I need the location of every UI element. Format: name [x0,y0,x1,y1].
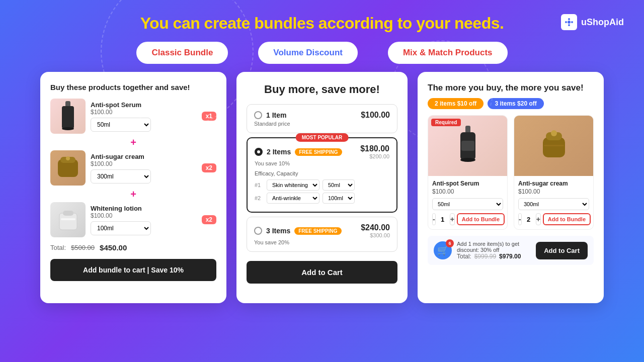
product-variant-select-2[interactable]: 300ml 100ml [91,169,151,184]
add-to-bundle-button-2[interactable]: Add to Bundle [543,213,591,225]
mix-qty-row-1: - 1 + Add to Bundle [432,213,503,225]
product-name-3: Whitening lotion [91,205,197,212]
volume-option-3[interactable]: 3 Items FREE SHIPPING $240.00 $300.00 Yo… [247,217,397,252]
product-info-3: Whitening lotion $100.00 100ml 50ml [91,205,197,235]
classic-total-label: Total: [50,244,66,251]
product-image-3 [50,202,86,237]
vol-price-2: $180.00 [360,144,389,153]
svg-rect-12 [63,211,73,216]
svg-point-20 [551,130,557,136]
mix-summary: 🛒 6 Add 1 more item(s) to get discount: … [428,236,594,265]
mix-total-row: Total: $999.99 $979.00 [457,253,531,260]
tab-mix[interactable]: Mix & Match Products [388,42,508,64]
product-image-1 [50,99,86,134]
page-title: You can create bundles according to your… [0,14,644,33]
product-qty-3: x2 [202,215,216,224]
panels-row: Buy these products together and save! An… [0,72,644,303]
mix-product-card-1: Required Anti-spot Serum $100.00 50ml 10… [428,115,508,230]
vol-label-1: 1 Item [266,111,286,119]
volume-option-1[interactable]: 1 Item $100.00 Standard price [247,104,397,133]
mix-product-image-2 [514,116,593,176]
qty-increase-1[interactable]: + [450,213,455,225]
mix-product-info-2: Anti-sugar cream $100.00 300ml 100ml - 2… [514,176,593,229]
product-info-2: Anti-sugar cream $100.00 300ml 100ml [91,153,197,184]
variant-num-1: #1 [255,182,264,188]
mix-product-card-2: Anti-sugar cream $100.00 300ml 100ml - 2… [514,115,594,230]
classic-total-original: $500.00 [71,244,95,251]
discount-badges: 2 items $10 off 3 items $20 off [428,98,594,109]
mix-product-info-1: Anti-spot Serum $100.00 50ml 100ml - 1 +… [428,176,507,229]
variant-efficacy-select-1[interactable]: Skin whitening Anti-wrinkle [267,179,319,191]
classic-total-new: $450.00 [100,243,127,252]
variant-row-1: #1 Skin whitening Anti-wrinkle 50ml 100m… [255,179,389,191]
variant-row-2: #2 Anti-wrinkle Skin whitening 100ml 50m… [255,193,389,204]
vol-save-1: Standard price [254,121,390,127]
qty-decrease-1[interactable]: - [432,213,436,225]
svg-point-0 [568,21,571,24]
product-price-2: $100.00 [91,160,197,167]
vol-variants-title: Efficacy, Capacity [255,170,389,176]
tab-volume[interactable]: Volume Discount [258,42,358,64]
logo: uShopAid [561,14,624,30]
mix-product-name-2: Anti-sugar cream [518,180,589,187]
variant-size-select-1[interactable]: 50ml 100ml [323,179,355,191]
svg-point-10 [66,156,70,160]
product-qty-1: x1 [202,112,216,121]
svg-rect-6 [62,106,74,129]
volume-option-2[interactable]: MOST POPULAR 2 Items FREE SHIPPING $180.… [247,137,397,213]
svg-point-4 [568,24,570,26]
mix-product-name-1: Anti-spot Serum [432,180,503,187]
tab-classic[interactable]: Classic Bundle [136,42,228,64]
radio-2items[interactable] [255,148,263,156]
vol-variants: Efficacy, Capacity #1 Skin whitening Ant… [255,170,389,204]
variant-size-select-2[interactable]: 100ml 50ml [323,193,355,204]
table-row: Anti-spot Serum $100.00 50ml 100ml x1 [50,99,216,134]
add-to-bundle-button-1[interactable]: Add to Bundle [457,213,505,225]
add-bundle-to-cart-button[interactable]: Add bundle to cart | Save 10% [50,259,216,281]
mix-title: The more you buy, the more you save! [428,83,594,93]
svg-point-3 [568,18,570,20]
classic-total-row: Total: $500.00 $450.00 [50,243,216,252]
badge-2items: 2 items $10 off [428,98,484,109]
vol-save-2: You save 10% [255,160,389,166]
svg-point-1 [565,21,567,23]
volume-discount-panel: Buy more, save more! 1 Item $100.00 Stan… [236,72,408,303]
mix-product-price-1: $100.00 [432,188,503,195]
mix-product-variant-select-2[interactable]: 300ml 100ml [518,198,589,210]
qty-decrease-2[interactable]: - [518,213,522,225]
volume-title: Buy more, save more! [247,83,397,96]
free-shipping-badge-3: FREE SHIPPING [294,227,341,235]
table-row: Anti-sugar cream $100.00 300ml 100ml x2 [50,150,216,186]
volume-add-to-cart-button[interactable]: Add to Cart [247,261,397,284]
cart-icon-wrap: 🛒 6 [434,241,452,259]
product-variant-select-1[interactable]: 50ml 100ml [91,118,151,132]
svg-rect-17 [461,141,474,151]
vol-original-3: $300.00 [361,232,390,238]
vol-price-1: $100.00 [361,111,390,120]
product-price-3: $100.00 [91,212,197,219]
radio-3items[interactable] [254,227,262,235]
table-row: Whitening lotion $100.00 100ml 50ml x2 [50,202,216,237]
product-variant-select-3[interactable]: 100ml 50ml [91,221,151,235]
mix-product-variant-select-1[interactable]: 50ml 100ml [432,198,503,210]
logo-icon [561,14,577,30]
mix-products-row: Required Anti-spot Serum $100.00 50ml 10… [428,115,594,230]
radio-1item[interactable] [254,111,262,119]
svg-point-2 [571,21,573,23]
mix-add-to-cart-button[interactable]: Add to Cart [536,242,588,259]
mix-product-price-2: $100.00 [518,188,589,195]
variant-efficacy-select-2[interactable]: Anti-wrinkle Skin whitening [267,193,319,204]
mix-summary-text: Add 1 more item(s) to get discount: 30% … [457,241,531,253]
vol-save-3: You save 20% [254,239,390,245]
plus-divider-2: + [50,189,216,200]
vol-price-3: $240.00 [361,223,390,232]
product-qty-2: x2 [202,163,216,172]
mix-total-original: $999.99 [474,253,496,260]
plus-divider-1: + [50,137,216,148]
vol-label-2: 2 Items [267,148,291,156]
mix-total-new: $979.00 [499,253,521,260]
svg-point-16 [460,158,475,162]
free-shipping-badge-2: FREE SHIPPING [295,148,342,156]
qty-num-2: 2 [524,216,534,223]
qty-increase-2[interactable]: + [536,213,541,225]
